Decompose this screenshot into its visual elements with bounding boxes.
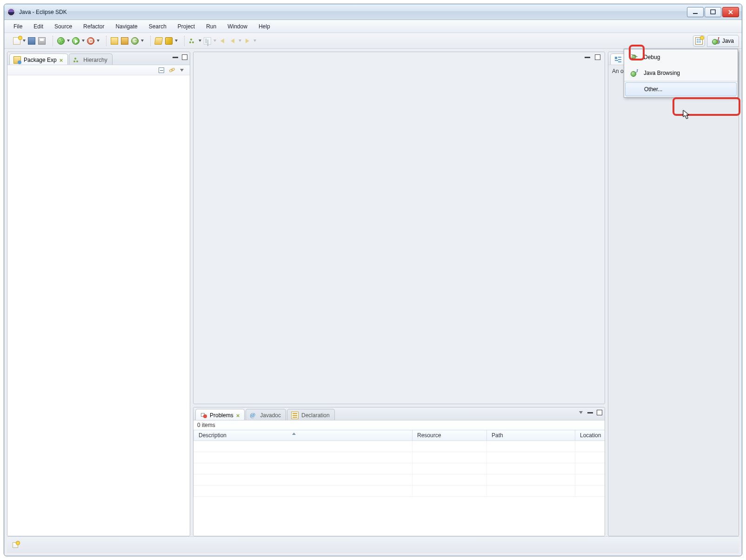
problems-view-menu-button[interactable] [578, 409, 584, 416]
link-with-editor-button[interactable] [168, 67, 175, 73]
search-dropdown[interactable] [174, 40, 179, 42]
problems-maximize-button[interactable] [596, 409, 603, 416]
run-button[interactable] [71, 36, 81, 46]
new-button[interactable] [12, 36, 22, 46]
status-icon [13, 542, 18, 548]
window-title: Java - Eclipse SDK [19, 9, 67, 15]
perspective-menu-java-browsing[interactable]: Java Browsing [624, 65, 738, 81]
svg-rect-0 [693, 13, 698, 14]
window-close-button[interactable] [722, 7, 739, 17]
new-dropdown[interactable] [22, 40, 27, 42]
menu-source[interactable]: Source [50, 21, 77, 32]
open-type-button[interactable] [153, 36, 164, 46]
table-row[interactable] [194, 474, 605, 486]
run-dropdown[interactable] [81, 40, 86, 42]
perspective-menu-debug-label: Debug [644, 54, 660, 60]
tab-javadoc-label: Javadoc [260, 412, 281, 419]
perspective-menu-other-label: Other... [644, 86, 662, 93]
problems-minimize-button[interactable] [587, 409, 593, 416]
new-java-package-button[interactable] [109, 36, 120, 46]
new-java-project-button[interactable] [120, 36, 130, 46]
editor-area[interactable] [193, 52, 605, 404]
editor-panel [193, 52, 605, 404]
problems-panel: Problems × Javadoc Declaration [193, 407, 605, 536]
menu-window[interactable]: Window [223, 21, 252, 32]
table-row[interactable] [194, 452, 605, 463]
print-button[interactable] [37, 36, 47, 46]
col-resource[interactable]: Resource [413, 430, 487, 441]
col-description[interactable]: Description [194, 430, 413, 441]
open-perspective-button[interactable] [693, 35, 705, 47]
tab-problems[interactable]: Problems × [195, 409, 245, 420]
perspective-active-label: Java [722, 38, 734, 44]
nav-next-dropdown[interactable] [253, 40, 257, 42]
nav-history-dropdown[interactable] [238, 40, 242, 42]
problems-status: 0 items [193, 420, 605, 430]
package-explorer-panel: Package Exp × Hierarchy [7, 52, 190, 536]
nav-back-button[interactable] [217, 36, 227, 46]
menu-file[interactable]: File [9, 21, 27, 32]
menu-refactor[interactable]: Refactor [79, 21, 109, 32]
outline-panel: O An ou [608, 52, 739, 536]
tab-package-explorer[interactable]: Package Exp × [9, 53, 68, 65]
col-location[interactable]: Location [575, 430, 605, 441]
package-explorer-icon [13, 56, 21, 64]
titlebar: Java - Eclipse SDK [4, 4, 742, 20]
tab-declaration[interactable]: Declaration [287, 409, 335, 420]
hierarchy-icon [73, 56, 80, 64]
menubar: File Edit Source Refactor Navigate Searc… [4, 20, 742, 33]
problems-table[interactable]: Description Resource Path Location Type [193, 430, 605, 497]
menu-project[interactable]: Project [173, 21, 200, 32]
new-class-dropdown[interactable] [140, 40, 145, 42]
new-java-class-button[interactable] [130, 36, 140, 46]
perspective-menu-separator [624, 81, 738, 81]
nav-tree-button[interactable] [202, 36, 213, 46]
collapse-all-icon [159, 67, 164, 73]
link-icon [168, 67, 175, 74]
open-perspective-icon [695, 37, 703, 45]
menu-navigate[interactable]: Navigate [111, 21, 142, 32]
save-button[interactable] [27, 36, 37, 46]
debug-dropdown[interactable] [66, 40, 71, 42]
view-menu-button[interactable] [179, 67, 185, 73]
menu-run[interactable]: Run [201, 21, 221, 32]
outline-icon [614, 56, 622, 64]
window-minimize-button[interactable] [687, 7, 704, 17]
package-explorer-tree[interactable] [7, 75, 190, 536]
external-tools-dropdown[interactable] [96, 40, 100, 42]
nav-tree-dropdown[interactable] [213, 40, 217, 42]
panel-minimize-button[interactable] [172, 54, 179, 60]
close-tab-icon[interactable]: × [60, 57, 63, 63]
menu-search[interactable]: Search [144, 21, 171, 32]
external-tools-button[interactable] [86, 36, 96, 46]
nav-next-button[interactable] [242, 36, 253, 46]
nav-forward-button[interactable] [227, 36, 238, 46]
table-row[interactable] [194, 463, 605, 474]
tab-problems-label: Problems [210, 412, 233, 419]
editor-maximize-button[interactable] [594, 54, 601, 60]
panel-maximize-button[interactable] [181, 54, 188, 60]
col-path[interactable]: Path [487, 430, 575, 441]
nav-hierarchy-button[interactable] [187, 36, 198, 46]
debug-icon [631, 53, 638, 61]
perspective-java-tab[interactable]: Java [707, 35, 739, 47]
app-window: Java - Eclipse SDK File Edit Source Refa… [4, 4, 742, 556]
menu-edit[interactable]: Edit [29, 21, 48, 32]
tab-hierarchy[interactable]: Hierarchy [69, 53, 112, 65]
view-menu-icon [180, 69, 184, 72]
tab-hierarchy-label: Hierarchy [83, 57, 107, 63]
tab-javadoc[interactable]: Javadoc [246, 409, 286, 420]
table-row[interactable] [194, 441, 605, 452]
window-maximize-button[interactable] [705, 7, 721, 17]
menu-help[interactable]: Help [254, 21, 275, 32]
editor-minimize-button[interactable] [584, 54, 591, 60]
search-button[interactable] [164, 36, 174, 46]
table-row[interactable] [194, 486, 605, 497]
collapse-all-button[interactable] [158, 67, 165, 73]
debug-button[interactable] [56, 36, 66, 46]
close-problems-tab-icon[interactable]: × [236, 413, 240, 419]
nav-hierarchy-dropdown[interactable] [198, 40, 202, 42]
perspective-menu-debug[interactable]: Debug [624, 49, 738, 65]
javadoc-icon [250, 412, 257, 419]
perspective-menu-other[interactable]: Other... [625, 82, 737, 96]
